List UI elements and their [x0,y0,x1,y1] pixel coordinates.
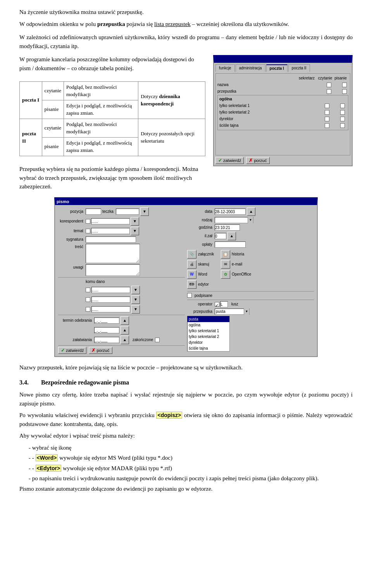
word-code: <Word> [36,454,58,461]
col-pisanie: pisanie [333,75,348,81]
il-zal-up-btn[interactable]: ▲ [227,232,236,240]
permissions-dialog: funkcje administracja poczta I poczta II… [213,55,353,166]
check-sek2-1[interactable] [325,110,329,115]
temat-arrow-btn[interactable]: ▼ [131,227,139,235]
combo-przepustka-arrow[interactable]: ▼ [244,309,249,315]
ogolna-section: ogólna tylko sekretariat 1 tylko sekreta… [217,95,348,130]
edytor-code: <Edytor> [36,465,62,472]
skanuj-icon-btn[interactable]: 🖨 [187,260,196,269]
check-przepustka-1[interactable] [327,89,331,94]
check-tajna-2[interactable] [340,123,345,128]
input-godzina[interactable]: 23:10:21 [215,224,240,231]
check-dyr-1[interactable] [325,117,329,121]
row-godzina: godzina 23:10:21 [187,224,314,231]
perm-row-dyrektor: dyrektor [219,116,346,122]
check-sek2-2[interactable] [340,110,345,115]
perm-row-przepustka: przepustka [217,88,348,94]
combo-przepustka[interactable]: pusta ▼ [215,309,250,315]
input-tresc[interactable] [86,244,140,263]
combo-rodzaj-arrow[interactable]: ▼ [248,217,253,223]
list-item-dyrektor[interactable]: dyrektor [188,340,229,345]
zatwierdz-button-right[interactable]: ✓ zatwierdź [215,157,244,164]
row-komu-3: ...... ▼ [58,305,185,314]
email-icon-btn[interactable]: ✉ [221,260,230,269]
check-tajna-1[interactable] [325,123,329,128]
input-pozycja[interactable] [86,209,101,215]
section-num: 3.4. [19,378,35,387]
check-podpisane[interactable] [187,293,192,298]
komu2-arrow-btn[interactable]: ▼ [131,295,140,304]
input-oplaty[interactable] [215,241,246,248]
historia-icon-btn[interactable]: 📋 [221,250,230,259]
list-item-sek2[interactable]: tylko sekretariat 2 [188,334,229,340]
row-pozycja: pozycja teczka ▼ [58,207,185,216]
input-termin-2[interactable]: _._.___ [94,327,119,333]
input-korespondent[interactable]: ...... [91,218,130,224]
check-komu-3[interactable] [86,307,90,312]
combo-przepustka-value: pusta [215,309,244,314]
tab-funkcje[interactable]: funkcje [215,64,235,72]
input-il-zal[interactable]: 0 [215,233,226,239]
check-komu-1[interactable] [86,288,90,292]
korespondent-arrow-btn[interactable]: ▼ [131,217,139,226]
tab-content: sekretarz czytanie pisanie nazwa [215,73,350,155]
input-sygnatura[interactable] [86,236,136,243]
input-teczka[interactable] [116,209,139,215]
zalatwiania-btn[interactable]: ▲ [121,336,129,344]
pisanie-label-1: pisanie [42,100,64,119]
permissions-table: poczta I czytanie Podgląd, bez możliwośc… [19,81,205,156]
row-rodzaj: rodzaj ▼ [187,217,314,223]
word-icon-btn[interactable]: W [187,270,196,279]
check-korespondent[interactable] [86,219,90,224]
teczka-arrow-btn[interactable]: ▼ [140,207,149,216]
input-uwagi[interactable] [86,264,140,276]
openoffice-icon-btn[interactable]: ✿ [221,270,230,279]
input-komu-3[interactable]: ...... [91,306,130,312]
check-operator[interactable]: ✓ [215,302,219,307]
tabs-row: funkcje administracja poczta I poczta II [215,64,350,72]
list-item-sek1[interactable]: tylko sekretariat 1 [188,328,229,334]
check-dyr-2[interactable] [340,117,345,121]
data-arrow-btn[interactable]: ▲ [247,207,255,216]
check-temat[interactable] [86,229,90,233]
termin2-btn[interactable]: ▲ [121,326,129,335]
tab-poczta1[interactable]: poczta I [266,64,288,72]
section-34-heading: 3.4. Bezpośrednie redagowanie pisma [19,378,353,387]
komu1-arrow-btn[interactable]: ▼ [131,286,140,294]
input-komu-1[interactable]: ...... [91,287,130,293]
input-zalatwiania[interactable]: _._.___ [94,337,119,343]
input-temat[interactable]: ...... [91,228,130,234]
porzuc-button-right[interactable]: ✗ porzuć [246,157,269,164]
divider-right [187,291,314,291]
list-item-tajna[interactable]: ściśle tajna [188,345,229,351]
przepustka-listbox[interactable]: pusta ogólna tylko sekretariat 1 tylko s… [187,316,230,352]
list-item-ogolna[interactable]: ogólna [188,322,229,328]
combo-rodzaj[interactable]: ▼ [215,217,253,223]
check-zakonczone[interactable] [155,338,160,342]
check-sek1-2[interactable] [340,103,345,108]
section-title: Bezpośrednie redagowanie pisma [41,378,129,387]
checkmark-icon-pismo: ✓ [61,348,65,353]
check-sek1-1[interactable] [325,103,329,108]
zalacznik-icon-btn[interactable]: 📎 [187,250,196,259]
bullet-1: wybrać się ikonę [29,443,353,452]
list-item-pusta[interactable]: pusta [188,316,229,322]
tab-poczta2[interactable]: poczta II [288,64,310,72]
tab-administracja[interactable]: administracja [236,64,265,72]
zatwierdz-button-pismo[interactable]: ✓ zatwierdź [58,347,86,354]
check-komu-2[interactable] [86,297,90,302]
input-data[interactable]: 28-12-2003 [215,209,246,215]
row-korespondent: korespondent ...... ▼ [58,217,185,226]
edytor-icon-btn[interactable]: ED [187,280,196,289]
input-operator[interactable]: L [220,301,228,307]
check-nazwa-1[interactable] [327,83,331,87]
termin1-btn[interactable]: ▲ [121,316,129,325]
komu3-arrow-btn[interactable]: ▼ [131,305,140,314]
input-komu-2[interactable]: ...... [91,297,130,303]
row-uwagi: uwagi [58,264,185,276]
check-przepustka-2[interactable] [342,89,347,94]
input-termin-1[interactable]: _._.___ [94,317,119,324]
porzuc-button-pismo[interactable]: ✗ porzuć [89,347,112,354]
check-nazwa-2[interactable] [342,83,347,87]
s34-p2: Po wywołaniu właściwej ewidencji i wybra… [19,411,353,428]
